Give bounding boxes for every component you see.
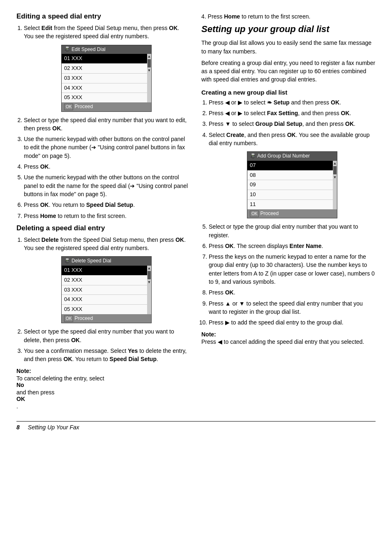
group-step-6: Press OK. The screen displays Enter Name… [209,242,376,250]
group-scroll-down: ▼ [333,175,337,180]
edit-screen-rows: 01 XXX 02 XXX 03 XXX 04 XXX 05 XXX [62,54,147,102]
ok-badge-group: OK [250,211,259,217]
delete-row-5: 05 XXX [62,305,147,314]
edit-scroll-track: ▲ ▼ [147,54,151,102]
edit-step-1: Select Edit from the Speed Dial Setup me… [24,24,189,112]
left-column: Editing a speed dial entry Select Edit f… [16,12,189,413]
edit-row-3: 03 XXX [62,74,147,83]
delete-steps-list: Select Delete from the Speed Dial Setup … [16,236,189,364]
edit-row-4: 04 XXX [62,83,147,93]
delete-step-3: You see a confirmation message. Select Y… [24,347,189,364]
group-dial-intro1: The group dial list allows you to easily… [201,39,376,56]
fax-icon-3: 📠 [250,153,256,160]
footer-text: Setting Up Your Fax [28,424,79,431]
edit-step-7: Press Home to return to the first screen… [24,212,189,220]
edit-step-5: Use the numeric keypad with the other bu… [24,173,189,198]
group-step-3: Press ▼ to select Group Dial Setup, and … [209,120,376,128]
creating-group-title: Creating a new group dial list [201,89,376,96]
edit-scroll-down: ▼ [147,68,151,73]
edit-steps-list: Select Edit from the Speed Dial Setup me… [16,24,189,220]
edit-screen-title: 📠 Edit Speed Dial [62,45,151,54]
fax-icon: 📠 [64,46,70,53]
edit-screen-footer: OK Proceed [62,102,151,111]
group-step-8: Press OK. [209,288,376,297]
edit-step-2: Select or type the speed dial entry numb… [24,116,189,133]
edit-step-3: Use the numeric keypad with other button… [24,135,189,160]
group-note: Note: Press ◀ to cancel adding the speed… [201,331,376,345]
edit-speed-dial-screen: 📠 Edit Speed Dial 01 XXX 02 XXX 03 XXX 0… [61,45,152,112]
delete-scroll-track: ▲ ▼ [147,266,151,314]
right-intro-step: 4. Press Home to return to the first scr… [201,12,376,21]
delete-scroll-thumb [148,271,151,279]
delete-row-4: 04 XXX [62,295,147,305]
group-row-10: 10 [247,190,333,200]
add-group-screen-content: 07 08 09 10 11 ▲ ▼ [247,161,337,209]
delete-step-1: Select Delete from the Speed Dial Setup … [24,236,189,324]
edit-row-2: 02 XXX [62,64,147,74]
delete-scroll-down: ▼ [147,280,151,285]
group-scroll-up: ▲ [333,161,337,166]
page-footer: 8 Setting Up Your Fax [16,421,376,431]
group-row-08: 08 [247,171,333,181]
group-screen-footer: OK Proceed [247,209,337,218]
group-scroll-thumb [333,166,337,174]
group-step-9: Press ▲ or ▼ to select the speed dial en… [209,299,376,316]
ok-badge-edit: OK [64,104,73,110]
group-dial-intro2: Before creating a group dial entry, you … [201,59,376,84]
group-row-07: 07 [247,161,333,171]
delete-scroll-up: ▲ [147,266,151,271]
add-group-screen-rows: 07 08 09 10 11 [247,161,333,209]
group-row-09: 09 [247,180,333,190]
group-step-4: Select Create, and then press OK. You se… [209,131,376,219]
group-note-label: Note: [201,331,376,338]
delete-speed-dial-screen: 📠 Delete Speed Dial 01 XXX 02 XXX 03 XXX… [61,256,152,323]
delete-screen-footer: OK Proceed [62,314,151,323]
creating-group-steps: Press ◀ or ▶ to select ❧ Setup and then … [201,98,376,327]
delete-row-1: 01 XXX [62,266,147,276]
delete-row-2: 02 XXX [62,276,147,285]
group-dial-main-title: Setting up your group dial list [201,24,376,35]
group-step-1: Press ◀ or ▶ to select ❧ Setup and then … [209,98,376,107]
delete-step-2: Select or type the speed dial entry numb… [24,327,189,344]
edit-row-5: 05 XXX [62,93,147,102]
delete-screen-title: 📠 Delete Speed Dial [62,257,151,265]
delete-note-label: Note: [16,368,189,374]
fax-icon-2: 📠 [64,258,70,264]
add-group-dial-screen: 📠 Add Group Dial Number 07 08 09 10 11 ▲ [247,151,337,218]
delete-section-title: Deleting a speed dial entry [16,224,189,232]
group-step-5: Select or type the group dial entry numb… [209,222,376,239]
delete-note: Note: To cancel deleting the entry, sele… [16,368,189,410]
delete-screen-rows: 01 XXX 02 XXX 03 XXX 04 XXX 05 XXX [62,266,147,314]
add-group-screen-title: 📠 Add Group Dial Number [247,152,337,160]
edit-section-title: Editing a speed dial entry [16,12,189,21]
group-scroll-track: ▲ ▼ [333,161,337,209]
right-column: 4. Press Home to return to the first scr… [201,12,376,413]
delete-screen-content: 01 XXX 02 XXX 03 XXX 04 XXX 05 XXX ▲ ▼ [62,266,151,314]
edit-scroll-thumb [148,59,151,67]
group-step-2: Press ◀ or ▶ to select Fax Setting, and … [209,109,376,117]
page-layout: Editing a speed dial entry Select Edit f… [16,12,376,413]
edit-row-1: 01 XXX [62,54,147,64]
ok-badge-delete: OK [64,315,73,322]
group-step-7: Press the keys on the numeric keypad to … [209,253,376,286]
edit-step-4: Press OK. [24,162,189,171]
edit-scroll-up: ▲ [147,54,151,59]
edit-screen-content: 01 XXX 02 XXX 03 XXX 04 XXX 05 XXX ▲ ▼ [62,54,151,102]
group-step-10: Press ▶ to add the speed dial entry to t… [209,318,376,327]
page-number: 8 [16,424,20,431]
delete-row-3: 03 XXX [62,285,147,295]
edit-step-6: Press OK. You return to Speed Dial Setup… [24,201,189,209]
group-row-11: 11 [247,200,333,209]
